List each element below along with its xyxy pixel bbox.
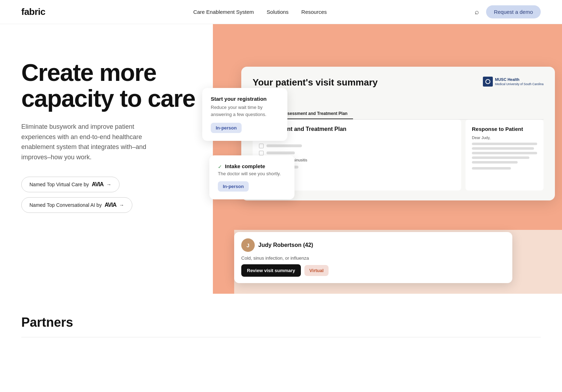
- intake-check-row: ✓ Intake complete: [218, 163, 286, 170]
- request-demo-button[interactable]: Request a demo: [486, 5, 541, 18]
- checkbox-1[interactable]: [259, 144, 264, 148]
- response-line-5: [472, 161, 518, 164]
- avia-logo-1: AVIA: [92, 181, 104, 188]
- checkbox-2[interactable]: [259, 151, 264, 155]
- hero-description: Eliminate busywork and improve patient e…: [21, 122, 170, 162]
- logo[interactable]: fabric: [21, 6, 45, 17]
- hero-left: Create more capacity to care Eliminate b…: [21, 53, 206, 213]
- nav-links: Care Enablement System Solutions Resourc…: [193, 9, 327, 15]
- response-panel: Response to Patient Dear Judy,: [465, 120, 544, 191]
- nav-link-solutions[interactable]: Solutions: [267, 9, 289, 15]
- partners-title: Partners: [21, 315, 541, 330]
- avia-logo-2: AVIA: [105, 202, 116, 208]
- popup-avatar: J: [241, 238, 255, 252]
- response-dear: Dear Judy,: [472, 136, 537, 140]
- visit-content: Assessment and Treatment Plan Assessment…: [253, 120, 544, 191]
- response-title: Response to Patient: [472, 126, 537, 132]
- visit-summary-title: Your patient's visit summary: [253, 77, 378, 89]
- musc-icon: [483, 77, 493, 87]
- registration-inperson-badge[interactable]: In-person: [211, 123, 242, 133]
- assessment-panel-title: Assessment and Treatment Plan: [259, 126, 455, 132]
- musc-text-block: MUSC Health Medical University of South …: [495, 77, 544, 85]
- visit-tab-bar: Set up Assessment and Treatment Plan: [253, 109, 544, 120]
- avia-ai-label: Named Top Conversational AI by: [29, 202, 102, 208]
- hero-title: Create more capacity to care: [21, 60, 206, 112]
- registration-title: Start your registration: [211, 96, 279, 102]
- search-icon[interactable]: ⌕: [475, 8, 479, 16]
- hero-section: Create more capacity to care Eliminate b…: [0, 24, 562, 294]
- tab-assessment[interactable]: Assessment and Treatment Plan: [276, 109, 353, 119]
- partners-divider: [21, 337, 541, 337]
- avia-virtual-care-button[interactable]: Named Top Virtual Care by AVIA →: [21, 177, 120, 192]
- arrow-icon-2: →: [119, 202, 124, 208]
- nav-link-resources[interactable]: Resources: [301, 9, 327, 15]
- virtual-badge[interactable]: Virtual: [304, 265, 329, 276]
- visit-title-text: Your patient's visit summary: [253, 77, 378, 89]
- partners-section: Partners: [0, 294, 562, 348]
- visit-patient-row: J Judy (42): [253, 93, 544, 103]
- response-line-6: [472, 167, 511, 170]
- review-visit-summary-button[interactable]: Review visit summary: [241, 264, 301, 277]
- popup-patient-info: Judy Robertson (42): [258, 242, 313, 248]
- intake-inperson-badge[interactable]: In-person: [218, 181, 249, 192]
- popup-condition: Cold, sinus infection, or influenza: [241, 255, 505, 261]
- check-row-2: [259, 151, 455, 155]
- registration-card: Start your registration Reduce your wait…: [202, 88, 287, 141]
- musc-subtext: Medical University of South Carolina: [495, 82, 544, 86]
- musc-logo: MUSC Health Medical University of South …: [483, 77, 544, 87]
- nav-link-care[interactable]: Care Enablement System: [193, 9, 254, 15]
- avia-ai-button[interactable]: Named Top Conversational AI by AVIA →: [21, 197, 132, 213]
- intake-desc: The doctor will see you shortly.: [218, 171, 286, 176]
- check-row-1: [259, 144, 455, 148]
- response-line-2: [472, 147, 534, 150]
- hero-badges: Named Top Virtual Care by AVIA → Named T…: [21, 177, 206, 213]
- intake-title: Intake complete: [225, 163, 265, 169]
- patient-popup-card: J Judy Robertson (42) Cold, sinus infect…: [234, 232, 512, 283]
- popup-actions: Review visit summary Virtual: [241, 264, 505, 277]
- hero-right: Your patient's visit summary MUSC Health…: [213, 53, 541, 294]
- check-line-1: [266, 144, 302, 147]
- response-line-3: [472, 152, 537, 154]
- musc-health-label: MUSC Health: [495, 77, 544, 82]
- navbar: fabric Care Enablement System Solutions …: [0, 0, 562, 24]
- arrow-icon-1: →: [106, 182, 111, 187]
- assessment-label: Assessment: [259, 137, 455, 141]
- popup-patient-row: J Judy Robertson (42): [241, 238, 505, 252]
- intake-card: ✓ Intake complete The doctor will see yo…: [209, 155, 294, 199]
- intake-check-icon: ✓: [218, 164, 222, 170]
- registration-desc: Reduce your wait time by answering a few…: [211, 104, 279, 118]
- response-line-4: [472, 156, 529, 159]
- nav-right: ⌕ Request a demo: [475, 5, 541, 18]
- avia-virtual-label: Named Top Virtual Care by: [29, 182, 89, 187]
- check-line-2: [266, 151, 295, 154]
- visit-card-header: Your patient's visit summary MUSC Health…: [253, 77, 544, 89]
- musc-icon-inner: [485, 79, 490, 84]
- response-line-1: [472, 143, 537, 145]
- popup-patient-name: Judy Robertson (42): [258, 242, 313, 248]
